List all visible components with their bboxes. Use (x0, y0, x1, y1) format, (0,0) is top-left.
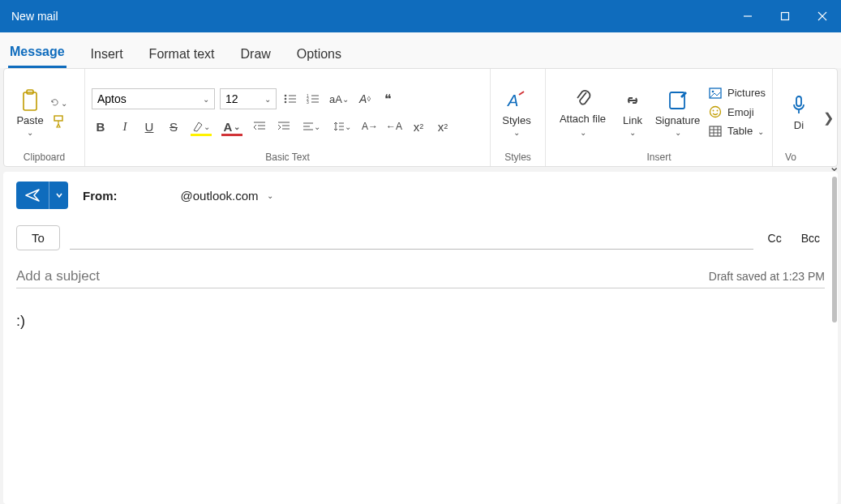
signature-button[interactable]: Signature ⌄ (652, 85, 703, 139)
link-icon (621, 87, 644, 114)
ribbon-scroll-right[interactable]: ❯ (821, 101, 835, 134)
group-label-clipboard: Clipboard (11, 152, 78, 164)
superscript-button[interactable]: x2 (434, 117, 452, 135)
signature-icon (667, 87, 689, 114)
bold-button[interactable]: B (92, 117, 109, 135)
svg-point-35 (710, 107, 721, 117)
svg-point-11 (285, 101, 287, 104)
font-size-select[interactable]: 12⌄ (220, 88, 277, 109)
bcc-button[interactable]: Bcc (796, 232, 825, 245)
close-button[interactable] (804, 0, 841, 32)
tab-message[interactable]: Message (8, 38, 67, 68)
decrease-indent-button[interactable] (251, 117, 268, 135)
link-button[interactable]: Link ⌄ (613, 85, 652, 139)
scrollbar[interactable] (831, 172, 838, 504)
ribbon-tabs: Message Insert Format text Draw Options (0, 32, 841, 68)
svg-point-36 (713, 110, 714, 112)
clear-formatting-button[interactable]: A◊ (356, 90, 374, 108)
emoji-icon (708, 105, 723, 118)
chevron-down-icon: ⌄ (267, 191, 273, 200)
svg-rect-6 (54, 116, 62, 121)
attach-file-button[interactable]: Attach file ⌄ (552, 83, 613, 139)
quote-button[interactable]: ❝ (379, 90, 397, 108)
underline-button[interactable]: U (140, 117, 158, 135)
font-family-select[interactable]: Aptos⌄ (92, 88, 215, 109)
send-options-button[interactable] (49, 182, 68, 209)
styles-button[interactable]: A Styles ⌄ (497, 85, 536, 139)
chevron-down-icon: ⌄ (675, 128, 681, 137)
undo-button[interactable]: ⌄ (49, 95, 67, 109)
svg-rect-1 (782, 13, 789, 20)
draft-status: Draft saved at 1:23 PM (709, 270, 825, 283)
paste-button[interactable]: Paste ⌄ (11, 85, 49, 139)
tab-format-text[interactable]: Format text (148, 41, 217, 68)
tab-options[interactable]: Options (295, 41, 343, 68)
bullets-button[interactable] (281, 90, 299, 108)
chevron-down-icon: ⌄ (629, 128, 636, 137)
chevron-down-icon: ⌄ (203, 95, 209, 104)
svg-point-37 (717, 110, 719, 112)
chevron-down-icon: ⌄ (27, 128, 33, 137)
cc-button[interactable]: Cc (763, 232, 787, 245)
paperclip-icon (573, 85, 593, 113)
svg-rect-43 (796, 96, 801, 106)
from-address-picker[interactable]: @outlook.com⌄ (181, 189, 273, 203)
align-button[interactable]: ⌄ (299, 117, 324, 135)
svg-point-34 (712, 90, 714, 92)
svg-point-9 (285, 98, 287, 100)
italic-button[interactable]: I (116, 117, 134, 135)
line-spacing-button[interactable]: ⌄ (330, 117, 354, 135)
format-painter-button[interactable] (49, 114, 67, 129)
microphone-icon (791, 92, 807, 119)
subject-field[interactable] (16, 268, 709, 284)
scrollbar-thumb[interactable] (832, 177, 837, 322)
ltr-button[interactable]: A→ (361, 117, 379, 135)
picture-icon (708, 88, 723, 99)
chevron-down-icon: ⌄ (264, 95, 271, 104)
dictate-button[interactable]: Di (779, 90, 809, 134)
styles-icon: A (506, 87, 527, 114)
ribbon: Paste ⌄ ⌄ Clipboard Aptos⌄ 12⌄ 123 aA ⌄ … (3, 68, 838, 167)
subscript-button[interactable]: x2 (410, 117, 427, 135)
svg-rect-4 (24, 92, 36, 110)
rtl-button[interactable]: ←A (385, 117, 403, 135)
window-title: New mail (0, 10, 729, 23)
tab-insert[interactable]: Insert (89, 41, 125, 68)
table-icon (708, 126, 723, 137)
pictures-button[interactable]: Pictures (708, 87, 766, 99)
clipboard-icon (21, 87, 39, 114)
svg-text:A: A (507, 92, 518, 109)
emoji-button[interactable]: Emoji (708, 105, 766, 118)
change-case-button[interactable]: aA ⌄ (327, 90, 351, 108)
svg-text:3: 3 (307, 100, 309, 105)
table-button[interactable]: Table ⌄ (708, 125, 766, 137)
send-button[interactable] (16, 182, 49, 209)
highlight-color-button[interactable]: ⌄ (189, 117, 213, 135)
increase-indent-button[interactable] (275, 117, 293, 135)
svg-point-7 (285, 95, 287, 97)
chevron-down-icon: ⌄ (513, 128, 520, 137)
group-label-basic-text: Basic Text (92, 152, 483, 164)
svg-rect-38 (710, 126, 721, 136)
maximize-button[interactable] (766, 0, 804, 32)
strikethrough-button[interactable]: S (165, 117, 182, 135)
group-label-styles: Styles (497, 152, 538, 164)
font-color-button[interactable]: A⌄ (220, 117, 244, 135)
group-label-insert: Insert (552, 152, 766, 164)
minimize-button[interactable] (729, 0, 766, 32)
to-button[interactable]: To (16, 225, 60, 250)
from-label: From: (83, 189, 118, 203)
to-field[interactable] (70, 227, 753, 250)
message-body[interactable]: :) (3, 288, 838, 354)
numbering-button[interactable]: 123 (304, 90, 322, 108)
group-label-voice: Vo (779, 152, 802, 164)
compose-pane: From: @outlook.com⌄ To Cc Bcc Draft save… (3, 172, 838, 504)
tab-draw[interactable]: Draw (239, 41, 272, 68)
titlebar: New mail (0, 0, 841, 32)
